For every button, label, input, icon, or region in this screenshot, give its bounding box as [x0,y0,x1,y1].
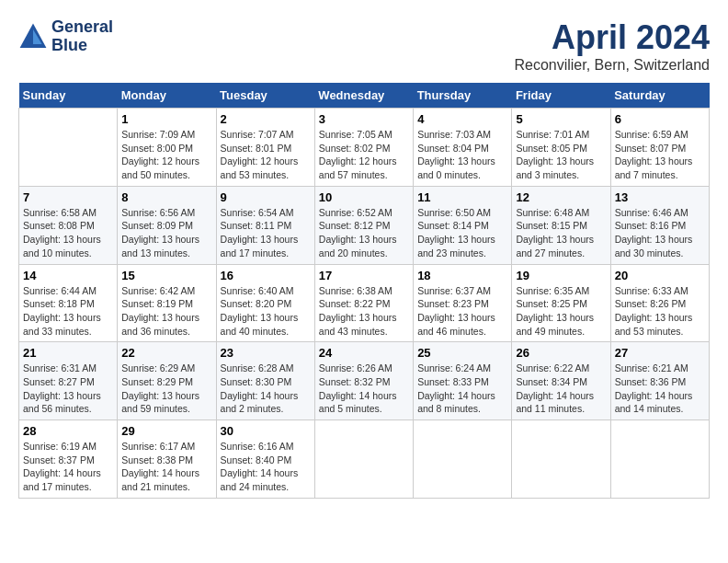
day-info: Sunrise: 6:26 AMSunset: 8:32 PMDaylight:… [319,362,409,416]
day-number: 18 [417,269,507,282]
logo: General Blue [18,18,113,55]
weekday-header: Thursday [414,83,512,109]
day-number: 10 [319,190,409,204]
day-info: Sunrise: 6:28 AMSunset: 8:30 PMDaylight:… [221,362,311,416]
day-info: Sunrise: 6:42 AMSunset: 8:19 PMDaylight:… [121,284,211,339]
calendar-day-cell: 10Sunrise: 6:52 AMSunset: 8:12 PMDayligh… [314,186,413,264]
calendar-day-cell: 22Sunrise: 6:29 AMSunset: 8:29 PMDayligh… [118,342,216,420]
day-info: Sunrise: 6:29 AMSunset: 8:29 PMDaylight:… [121,362,211,416]
day-number: 3 [319,112,409,126]
weekday-header: Tuesday [216,83,314,109]
day-number: 26 [516,346,606,360]
day-number: 17 [319,269,409,282]
calendar-day-cell [610,420,709,499]
day-info: Sunrise: 7:07 AMSunset: 8:01 PMDaylight:… [221,128,311,182]
calendar-day-cell: 25Sunrise: 6:24 AMSunset: 8:33 PMDayligh… [414,342,512,420]
day-number: 13 [615,190,705,204]
calendar-day-cell: 29Sunrise: 6:17 AMSunset: 8:38 PMDayligh… [118,420,216,499]
weekday-header: Wednesday [314,83,413,109]
calendar-day-cell: 14Sunrise: 6:44 AMSunset: 8:18 PMDayligh… [19,264,118,342]
day-number: 7 [23,190,113,204]
calendar-day-cell: 18Sunrise: 6:37 AMSunset: 8:23 PMDayligh… [414,264,512,342]
day-number: 21 [23,346,113,360]
subtitle: Reconvilier, Bern, Switzerland [514,57,710,74]
calendar-day-cell [414,420,512,499]
day-number: 27 [615,346,705,360]
day-info: Sunrise: 7:05 AMSunset: 8:02 PMDaylight:… [319,128,409,182]
month-title: April 2024 [514,18,710,57]
day-number: 25 [417,346,507,360]
calendar-day-cell: 30Sunrise: 6:16 AMSunset: 8:40 PMDayligh… [216,420,314,499]
day-info: Sunrise: 6:56 AMSunset: 8:09 PMDaylight:… [121,206,211,260]
day-number: 5 [516,112,606,126]
day-number: 24 [319,346,409,360]
calendar-day-cell: 23Sunrise: 6:28 AMSunset: 8:30 PMDayligh… [216,342,314,420]
calendar-day-cell: 13Sunrise: 6:46 AMSunset: 8:16 PMDayligh… [610,186,709,264]
header: General Blue April 2024 Reconvilier, Ber… [18,18,710,74]
day-number: 12 [516,190,606,204]
day-number: 29 [121,424,211,438]
calendar-day-cell: 9Sunrise: 6:54 AMSunset: 8:11 PMDaylight… [216,186,314,264]
day-number: 1 [121,112,211,126]
day-info: Sunrise: 6:21 AMSunset: 8:36 PMDaylight:… [615,362,705,416]
weekday-header: Sunday [19,83,118,109]
calendar-day-cell: 21Sunrise: 6:31 AMSunset: 8:27 PMDayligh… [19,342,118,420]
day-number: 4 [417,112,507,126]
calendar-day-cell: 20Sunrise: 6:33 AMSunset: 8:26 PMDayligh… [610,264,709,342]
calendar-week-row: 14Sunrise: 6:44 AMSunset: 8:18 PMDayligh… [19,264,710,342]
day-number: 20 [615,269,705,282]
calendar-day-cell: 16Sunrise: 6:40 AMSunset: 8:20 PMDayligh… [216,264,314,342]
day-number: 22 [121,346,211,360]
calendar-day-cell: 12Sunrise: 6:48 AMSunset: 8:15 PMDayligh… [512,186,610,264]
calendar-day-cell: 28Sunrise: 6:19 AMSunset: 8:37 PMDayligh… [19,420,118,499]
day-info: Sunrise: 6:46 AMSunset: 8:16 PMDaylight:… [615,206,705,260]
calendar-day-cell: 4Sunrise: 7:03 AMSunset: 8:04 PMDaylight… [414,109,512,187]
day-info: Sunrise: 6:48 AMSunset: 8:15 PMDaylight:… [516,206,606,260]
day-info: Sunrise: 7:09 AMSunset: 8:00 PMDaylight:… [121,128,211,182]
day-info: Sunrise: 6:50 AMSunset: 8:14 PMDaylight:… [417,206,507,260]
calendar-day-cell: 27Sunrise: 6:21 AMSunset: 8:36 PMDayligh… [610,342,709,420]
weekday-header: Friday [512,83,610,109]
day-number: 14 [23,269,113,282]
calendar-day-cell: 8Sunrise: 6:56 AMSunset: 8:09 PMDaylight… [118,186,216,264]
day-info: Sunrise: 6:52 AMSunset: 8:12 PMDaylight:… [319,206,409,260]
day-number: 15 [121,269,211,282]
day-info: Sunrise: 6:35 AMSunset: 8:25 PMDaylight:… [516,284,606,339]
calendar-day-cell: 1Sunrise: 7:09 AMSunset: 8:00 PMDaylight… [118,109,216,187]
day-info: Sunrise: 7:01 AMSunset: 8:05 PMDaylight:… [516,128,606,182]
day-info: Sunrise: 6:44 AMSunset: 8:18 PMDaylight:… [23,284,113,339]
title-area: April 2024 Reconvilier, Bern, Switzerlan… [514,18,710,74]
day-number: 19 [516,269,606,282]
logo-text: General Blue [51,18,113,55]
calendar-week-row: 1Sunrise: 7:09 AMSunset: 8:00 PMDaylight… [19,109,710,187]
calendar-day-cell [314,420,413,499]
calendar-day-cell: 11Sunrise: 6:50 AMSunset: 8:14 PMDayligh… [414,186,512,264]
weekday-header: Monday [118,83,216,109]
calendar-day-cell: 3Sunrise: 7:05 AMSunset: 8:02 PMDaylight… [314,109,413,187]
logo-icon [18,22,48,52]
day-number: 2 [221,112,311,126]
day-info: Sunrise: 6:24 AMSunset: 8:33 PMDaylight:… [417,362,507,416]
day-number: 28 [23,424,113,438]
day-info: Sunrise: 6:37 AMSunset: 8:23 PMDaylight:… [417,284,507,339]
day-info: Sunrise: 6:22 AMSunset: 8:34 PMDaylight:… [516,362,606,416]
weekday-header: Saturday [610,83,709,109]
day-number: 8 [121,190,211,204]
day-info: Sunrise: 6:16 AMSunset: 8:40 PMDaylight:… [221,440,311,494]
day-number: 11 [417,190,507,204]
calendar-day-cell: 24Sunrise: 6:26 AMSunset: 8:32 PMDayligh… [314,342,413,420]
calendar-day-cell: 15Sunrise: 6:42 AMSunset: 8:19 PMDayligh… [118,264,216,342]
calendar-day-cell: 19Sunrise: 6:35 AMSunset: 8:25 PMDayligh… [512,264,610,342]
calendar-week-row: 28Sunrise: 6:19 AMSunset: 8:37 PMDayligh… [19,420,710,499]
day-number: 23 [221,346,311,360]
calendar-day-cell: 5Sunrise: 7:01 AMSunset: 8:05 PMDaylight… [512,109,610,187]
day-info: Sunrise: 6:58 AMSunset: 8:08 PMDaylight:… [23,206,113,260]
calendar-day-cell: 2Sunrise: 7:07 AMSunset: 8:01 PMDaylight… [216,109,314,187]
day-info: Sunrise: 6:40 AMSunset: 8:20 PMDaylight:… [221,284,311,339]
day-number: 16 [221,269,311,282]
calendar-day-cell: 7Sunrise: 6:58 AMSunset: 8:08 PMDaylight… [19,186,118,264]
calendar-table: SundayMondayTuesdayWednesdayThursdayFrid… [18,83,710,499]
calendar-day-cell: 6Sunrise: 6:59 AMSunset: 8:07 PMDaylight… [610,109,709,187]
day-info: Sunrise: 6:17 AMSunset: 8:38 PMDaylight:… [121,440,211,494]
day-info: Sunrise: 6:31 AMSunset: 8:27 PMDaylight:… [23,362,113,416]
